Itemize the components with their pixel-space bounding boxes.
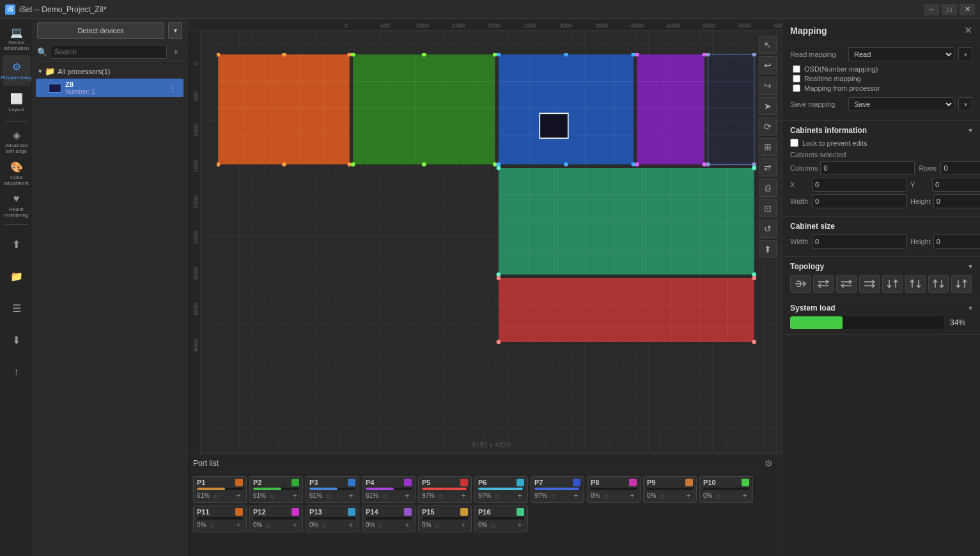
topo-btn-7[interactable] <box>928 275 949 293</box>
port-plus-btn-P10[interactable]: + <box>740 491 749 500</box>
rows-input[interactable] <box>940 161 980 175</box>
port-plus-btn-P15[interactable]: + <box>459 521 468 530</box>
port-plus-btn-P7[interactable]: + <box>572 491 580 500</box>
port-star-btn-P2[interactable]: ☆ <box>267 491 276 500</box>
port-plus-btn-P5[interactable]: + <box>459 491 468 500</box>
port-star-btn-P9[interactable]: ☆ <box>657 491 666 500</box>
port-plus-btn-P11[interactable]: + <box>234 521 243 530</box>
print-button[interactable]: ⎙ <box>759 179 777 197</box>
detect-dropdown-arrow[interactable]: ▾ <box>168 22 182 39</box>
port-bar-fill-P1 <box>197 488 225 490</box>
port-plus-btn-P3[interactable]: + <box>346 491 355 500</box>
read-mapping-select[interactable]: Read Write <box>848 47 954 61</box>
width-input[interactable] <box>812 194 906 208</box>
port-star-btn-P5[interactable]: ☆ <box>436 491 445 500</box>
port-star-btn-P1[interactable]: ☆ <box>211 491 220 500</box>
topology-header[interactable]: Topology ▾ <box>790 262 972 271</box>
port-plus-btn-P13[interactable]: + <box>346 521 355 530</box>
port-star-btn-P14[interactable]: ☆ <box>376 521 385 530</box>
maximize-button[interactable]: □ <box>942 4 957 15</box>
columns-rows-row: Columns Rows <box>790 161 972 175</box>
port-star-btn-P16[interactable]: ☆ <box>488 521 497 530</box>
search-input[interactable] <box>50 45 167 59</box>
close-button[interactable]: ✕ <box>960 4 975 15</box>
minimize-button[interactable]: ─ <box>924 4 939 15</box>
save-mapping-select[interactable]: Save <box>848 97 954 111</box>
refresh-button[interactable]: ⟳ <box>759 118 777 135</box>
port-plus-btn-P2[interactable]: + <box>290 491 299 500</box>
cabinets-info-header[interactable]: Cabinets information ▾ <box>790 126 972 135</box>
sidebar-item-upload[interactable]: ⬆ <box>3 229 31 259</box>
sidebar-item-share[interactable]: ↑ <box>3 357 31 387</box>
port-star-btn-P10[interactable]: ☆ <box>713 491 722 500</box>
port-star-btn-P15[interactable]: ☆ <box>432 521 441 530</box>
read-mapping-dropdown[interactable]: ▾ <box>958 47 972 61</box>
port-usage-P9: 0% <box>647 492 656 499</box>
sidebar-item-programming[interactable]: ⚙ Programming <box>3 55 31 86</box>
sidebar-item-layout[interactable]: ⬜ Layout <box>3 87 31 118</box>
cabinet-width-input[interactable] <box>812 235 906 249</box>
undo-button[interactable]: ↩ <box>759 56 777 74</box>
port-plus-btn-P14[interactable]: + <box>403 521 412 530</box>
y-input[interactable] <box>932 178 980 192</box>
columns-input[interactable] <box>820 161 915 175</box>
screenshot-button[interactable]: ⊡ <box>759 199 777 217</box>
port-item-p16: P16 0% ☆ + <box>474 506 528 532</box>
sidebar-item-health[interactable]: ♥ Health monitoring <box>3 190 31 220</box>
add-device-button[interactable]: + <box>169 45 182 58</box>
sidebar-item-list[interactable]: ☰ <box>3 293 31 323</box>
port-plus-btn-P8[interactable]: + <box>628 491 637 500</box>
port-star-btn-P6[interactable]: ☆ <box>492 491 501 500</box>
svg-rect-14 <box>353 54 495 164</box>
save-mapping-dropdown[interactable]: ▾ <box>958 97 972 111</box>
grid-button[interactable]: ⊞ <box>759 138 777 156</box>
detect-devices-button[interactable]: Detect devices <box>37 22 164 39</box>
port-plus-btn-P6[interactable]: + <box>515 491 524 500</box>
topo-btn-2[interactable] <box>813 275 834 293</box>
port-star-btn-P12[interactable]: ☆ <box>263 521 272 530</box>
lock-checkbox[interactable] <box>790 139 798 147</box>
port-star-btn-P8[interactable]: ☆ <box>601 491 610 500</box>
sidebar-item-color[interactable]: 🎨 Color adjustment <box>3 158 31 189</box>
cursor-button[interactable]: ↖ <box>759 36 777 54</box>
port-plus-btn-P9[interactable]: + <box>684 491 693 500</box>
topo-btn-4[interactable] <box>859 275 880 293</box>
tree-item-menu-button[interactable]: ⋮ <box>167 83 178 93</box>
cabinet-height-input[interactable] <box>933 235 980 249</box>
topo-btn-6[interactable] <box>905 275 926 293</box>
sidebar-item-folder[interactable]: 📁 <box>3 261 31 291</box>
x-input[interactable] <box>812 178 906 192</box>
topo-btn-3[interactable] <box>836 275 857 293</box>
port-star-btn-P7[interactable]: ☆ <box>548 491 557 500</box>
route-button[interactable]: ⇄ <box>759 158 777 176</box>
redo-button[interactable]: ↪ <box>759 77 777 95</box>
tree-group-all-processors[interactable]: ▾ 📁 All processors(1) <box>33 65 186 78</box>
tree-item-z8[interactable]: Z8 Number: 1 ⋮ <box>36 79 183 97</box>
canvas-viewport[interactable]: ↖ ↩ ↪ ➤ ⟳ ⊞ ⇄ ⎙ ⊡ ↺ ⬆ 8192 x 4320 <box>201 31 782 454</box>
right-panel-close-button[interactable]: ✕ <box>964 24 972 36</box>
from-processor-checkbox[interactable] <box>793 84 800 92</box>
sidebar-item-soft-edge[interactable]: ◈ Advanced soft edge <box>3 126 31 157</box>
topo-btn-1[interactable] <box>790 275 811 293</box>
port-star-btn-P4[interactable]: ☆ <box>380 491 389 500</box>
rotate-button[interactable]: ↺ <box>759 220 777 238</box>
navigate-button[interactable]: ➤ <box>759 97 777 115</box>
height-input[interactable] <box>933 194 980 208</box>
port-plus-btn-P12[interactable]: + <box>290 521 299 530</box>
port-plus-btn-P4[interactable]: + <box>403 491 412 500</box>
port-star-btn-P11[interactable]: ☆ <box>207 521 216 530</box>
osd-checkbox[interactable] <box>793 65 800 73</box>
sidebar-item-device-info[interactable]: 💻 Device information <box>3 23 31 54</box>
port-star-btn-P13[interactable]: ☆ <box>320 521 329 530</box>
realtime-checkbox[interactable] <box>793 75 800 82</box>
system-load-header[interactable]: System load ▾ <box>790 304 972 313</box>
topo-btn-8[interactable] <box>951 275 972 293</box>
port-list-settings-button[interactable]: ⚙ <box>761 456 775 470</box>
sidebar-item-download[interactable]: ⬇ <box>3 325 31 355</box>
cabinet-size-header[interactable]: Cabinet size <box>790 222 972 231</box>
port-plus-btn-P16[interactable]: + <box>515 521 524 530</box>
port-star-btn-P3[interactable]: ☆ <box>323 491 332 500</box>
export-button[interactable]: ⬆ <box>759 240 777 258</box>
port-plus-btn-P1[interactable]: + <box>234 491 243 500</box>
topo-btn-5[interactable] <box>882 275 903 293</box>
